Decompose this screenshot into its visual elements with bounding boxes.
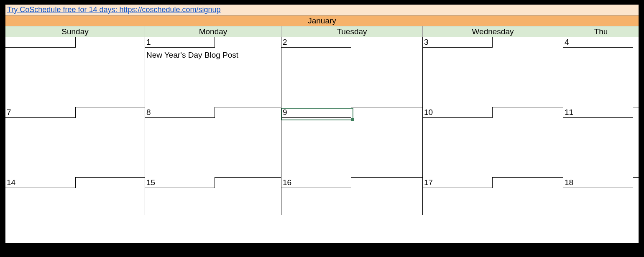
date-number[interactable]: 10 [422,107,493,118]
date-number[interactable]: 18 [563,177,633,188]
weekday-header-tuesday: Tuesday [281,26,423,37]
date-number[interactable]: 17 [422,177,493,188]
date-number[interactable]: 2 [281,37,351,48]
date-number[interactable]: 4 [563,37,633,48]
date-number[interactable]: 14 [5,177,76,188]
day-cell[interactable]: 14 [5,178,145,215]
day-cell[interactable]: 2 [281,37,423,107]
event-text[interactable]: New Year's Day Blog Post [146,51,238,60]
day-cell[interactable]: 3 [423,37,563,107]
week-row-3: 14 15 16 17 18 [5,178,639,215]
date-number[interactable]: 7 [5,107,76,118]
promo-banner: Try CoSchedule free for 14 days: https:/… [5,5,639,15]
spreadsheet-calendar: Try CoSchedule free for 14 days: https:/… [5,5,639,243]
day-cell[interactable]: 15 [145,178,281,215]
date-number[interactable]: 15 [145,177,215,188]
week-row-2: 7 8 9 10 11 [5,107,639,178]
day-cell[interactable]: 9 [281,107,423,177]
day-cell[interactable] [5,37,145,107]
day-cell[interactable]: 11 [563,107,639,177]
promo-link[interactable]: Try CoSchedule free for 14 days: https:/… [7,5,221,14]
day-cell[interactable]: 8 [145,107,281,177]
day-cell[interactable]: 1 New Year's Day Blog Post [145,37,281,107]
day-cell[interactable]: 10 [423,107,563,177]
weekday-header-monday: Monday [145,26,281,37]
day-cell[interactable]: 7 [5,107,145,177]
date-number[interactable]: 16 [281,177,351,188]
weekday-header-sunday: Sunday [5,26,145,37]
date-number[interactable]: 3 [422,37,493,48]
date-number[interactable]: 1 [145,37,215,48]
date-number[interactable]: 9 [281,107,351,118]
month-name: January [308,16,336,25]
date-number[interactable]: 11 [563,107,633,118]
date-number[interactable]: 8 [145,107,215,118]
date-number[interactable] [5,37,76,48]
day-cell[interactable]: 4 [563,37,639,107]
weekday-header-wednesday: Wednesday [423,26,563,37]
day-cell[interactable]: 17 [423,178,563,215]
day-cell[interactable]: 18 [563,178,639,215]
day-cell[interactable]: 16 [281,178,423,215]
weekday-header-thursday: Thu [563,26,639,37]
weekday-header-row: Sunday Monday Tuesday Wednesday Thu [5,26,639,37]
week-row-1: 1 New Year's Day Blog Post 2 3 4 [5,37,639,107]
month-header: January [5,15,639,26]
